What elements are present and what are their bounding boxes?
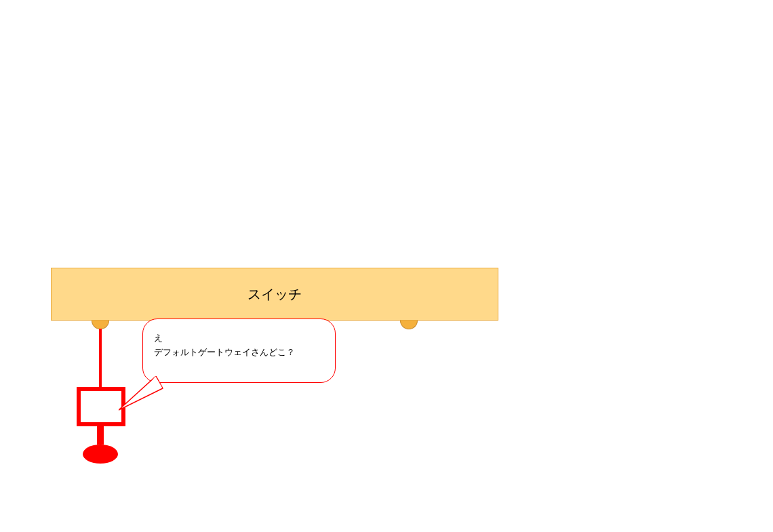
- network-diagram: スイッチ え デフォルトゲートウェイさんどこ？: [0, 0, 773, 532]
- svg-point-2: [83, 445, 118, 464]
- speech-bubble: え デフォルトゲートウェイさんどこ？: [142, 319, 336, 383]
- network-cable: [99, 329, 102, 391]
- switch-port-2: [400, 321, 418, 329]
- speech-line-2: デフォルトゲートウェイさんどこ？: [154, 346, 324, 360]
- svg-rect-0: [79, 389, 123, 424]
- switch-label: スイッチ: [247, 285, 302, 304]
- computer-icon: [75, 386, 127, 469]
- svg-rect-1: [97, 424, 104, 445]
- switch-device: スイッチ: [51, 268, 498, 321]
- speech-text: え デフォルトゲートウェイさんどこ？: [154, 331, 324, 360]
- speech-line-1: え: [154, 331, 324, 346]
